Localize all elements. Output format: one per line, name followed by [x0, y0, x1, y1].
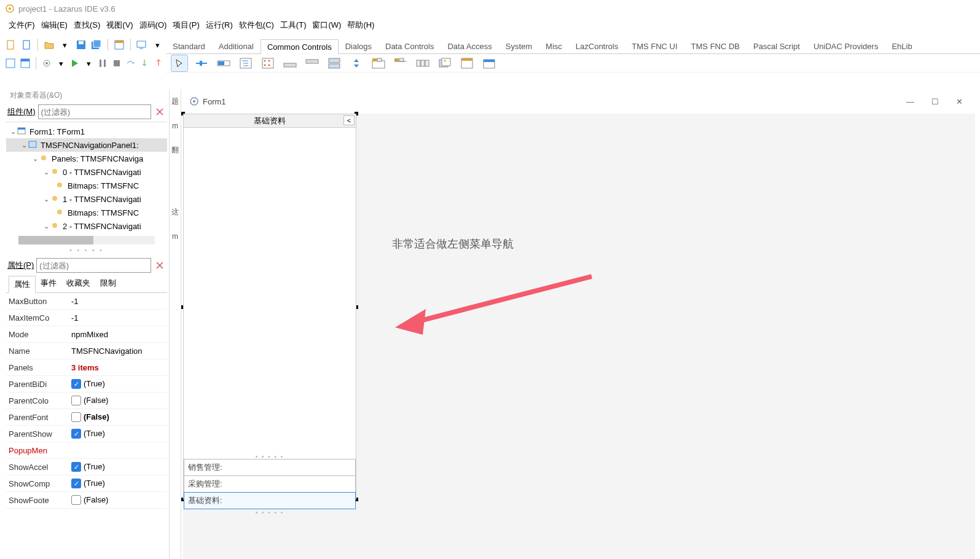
prop-row[interactable]: MaxItemCo-1 [6, 310, 167, 326]
panel-resizer[interactable]: • • • • • [6, 244, 167, 256]
dropdown-icon[interactable]: ▾ [59, 37, 71, 52]
close-icon[interactable]: ✕ [956, 97, 963, 106]
component-datetime-icon[interactable] [480, 56, 498, 71]
checkbox-off-icon[interactable] [71, 412, 81, 422]
tree-row[interactable]: ⌄0 - TTMSFNCNavigati [6, 165, 167, 179]
stop-icon[interactable] [111, 56, 122, 71]
menu-edit[interactable]: 编辑(E) [39, 18, 70, 32]
tab-misc[interactable]: Misc [539, 39, 569, 53]
step-into-icon[interactable] [139, 56, 150, 71]
menu-tools[interactable]: 工具(T) [278, 18, 309, 32]
prop-row[interactable]: Panels3 items [6, 359, 167, 376]
component-tree[interactable]: ⌄Form1: TForm1 ⌄TMSFNCNavigationPanel1: … [6, 122, 167, 244]
tab-additional[interactable]: Additional [212, 39, 261, 53]
tab-lazcontrols[interactable]: LazControls [569, 39, 625, 53]
clear-filter-icon[interactable] [154, 259, 166, 272]
tab-favorites[interactable]: 收藏夹 [61, 275, 95, 292]
prop-row[interactable]: ShowComp✓(True) [6, 475, 167, 492]
tab-events[interactable]: 事件 [36, 275, 61, 292]
checkbox-off-icon[interactable] [71, 396, 81, 405]
component-listview-icon[interactable] [259, 56, 276, 71]
prop-row[interactable]: NameTMSFNCNavigation [6, 343, 167, 359]
monitor-icon[interactable] [136, 37, 148, 52]
tab-pascal-script[interactable]: Pascal Script [747, 39, 807, 53]
tree-row[interactable]: ⌄Form1: TForm1 [6, 125, 167, 138]
nav-item[interactable]: 基础资料: [184, 492, 356, 509]
prop-row[interactable]: ParentColo(False) [6, 393, 167, 409]
prop-row[interactable]: MaxButton-1 [6, 293, 167, 310]
checkbox-on-icon[interactable]: ✓ [71, 429, 81, 439]
prop-row[interactable]: ShowFoote(False) [6, 492, 167, 509]
checkbox-on-icon[interactable]: ✓ [71, 379, 81, 389]
dropdown-icon[interactable]: ▾ [84, 56, 94, 71]
component-treeview-icon[interactable] [237, 56, 254, 71]
tab-properties[interactable]: 属性 [9, 276, 36, 293]
tree-row[interactable]: ⌄2 - TTMSFNCNavigati [6, 219, 167, 233]
prop-row[interactable]: ShowAccel✓(True) [6, 459, 167, 475]
tab-common-controls[interactable]: Common Controls [261, 39, 339, 54]
menu-package[interactable]: 软件包(C) [237, 18, 276, 32]
menu-project[interactable]: 项目(P) [170, 18, 202, 32]
tab-standard[interactable]: Standard [166, 39, 212, 53]
minimize-icon[interactable]: — [906, 97, 914, 106]
tree-h-scrollbar[interactable] [18, 236, 155, 244]
maximize-icon[interactable]: ☐ [931, 97, 939, 106]
component-filter-input[interactable] [38, 104, 152, 119]
tab-restricted[interactable]: 限制 [95, 275, 121, 292]
menu-file[interactable]: 文件(F) [6, 18, 37, 32]
new-unit-icon[interactable] [21, 37, 33, 52]
tab-unidac[interactable]: UniDAC Providers [807, 39, 885, 53]
prop-row[interactable]: ParentBiDi✓(True) [6, 376, 167, 393]
dropdown-icon[interactable]: ▾ [56, 56, 66, 71]
tree-row[interactable]: ⌄1 - TTMSFNCNavigati [6, 192, 167, 206]
clear-filter-icon[interactable] [154, 106, 166, 118]
tab-data-access[interactable]: Data Access [441, 39, 498, 53]
prop-row[interactable]: PopupMen [6, 442, 167, 459]
component-statusbar-icon[interactable] [281, 56, 299, 71]
component-trackbar-icon[interactable] [193, 56, 210, 71]
navigation-panel-component[interactable]: 基础资料 < • • • • • 销售管理: 采购管理: 基础资料: • • •… [183, 114, 356, 499]
tree-row[interactable]: Bitmaps: TTMSFNC [6, 206, 167, 219]
checkbox-off-icon[interactable] [71, 495, 81, 505]
view-units-icon[interactable] [5, 56, 16, 71]
menu-help[interactable]: 帮助(H) [345, 18, 377, 32]
property-grid[interactable]: MaxButton-1 MaxItemCo-1 ModenpmMixed Nam… [6, 293, 167, 509]
tab-ehlib[interactable]: EhLib [885, 39, 919, 53]
pause-icon[interactable] [98, 56, 108, 71]
open-folder-icon[interactable] [43, 37, 55, 52]
prop-row[interactable]: ParentShow✓(True) [6, 426, 167, 442]
save-all-icon[interactable] [90, 37, 103, 52]
component-popup-icon[interactable] [458, 56, 476, 71]
checkbox-on-icon[interactable]: ✓ [71, 462, 81, 472]
component-toolbar-icon[interactable] [304, 56, 321, 71]
component-pagecontrol-icon[interactable] [370, 56, 387, 71]
tab-dialogs[interactable]: Dialogs [339, 39, 378, 53]
menu-source[interactable]: 源码(O) [137, 18, 170, 32]
tab-system[interactable]: System [499, 39, 539, 53]
menu-view[interactable]: 视图(V) [104, 18, 135, 32]
collapse-icon[interactable]: < [343, 115, 355, 125]
step-out-icon[interactable] [153, 56, 163, 71]
properties-filter-input[interactable] [36, 258, 151, 273]
checkbox-on-icon[interactable]: ✓ [71, 479, 81, 488]
tree-row[interactable]: Bitmaps: TTMSFNC [6, 179, 167, 192]
view-forms-icon[interactable] [20, 56, 31, 71]
tab-data-controls[interactable]: Data Controls [378, 39, 441, 53]
tab-tms-fnc-db[interactable]: TMS FNC DB [684, 39, 747, 53]
tab-tms-fnc-ui[interactable]: TMS FNC UI [625, 39, 684, 53]
component-headercontrol-icon[interactable] [414, 56, 431, 71]
form-icon[interactable] [113, 37, 125, 52]
menu-search[interactable]: 查找(S) [71, 18, 103, 32]
component-updown-icon[interactable] [348, 56, 365, 71]
menu-run[interactable]: 运行(R) [203, 18, 235, 32]
prop-row[interactable]: ModenpmMixed [6, 326, 167, 343]
tree-row[interactable]: ⌄Panels: TTMSFNCNaviga [6, 152, 167, 165]
gear-icon[interactable] [41, 56, 52, 71]
component-coolbar-icon[interactable] [326, 56, 343, 71]
drag-handle-icon[interactable]: • • • • • [184, 509, 356, 515]
nav-item[interactable]: 采购管理: [184, 475, 356, 493]
prop-row[interactable]: ParentFont(False) [6, 409, 167, 426]
menu-window[interactable]: 窗口(W) [310, 18, 343, 32]
tree-row[interactable]: ⌄TMSFNCNavigationPanel1: [6, 138, 167, 152]
save-icon[interactable] [75, 37, 87, 52]
